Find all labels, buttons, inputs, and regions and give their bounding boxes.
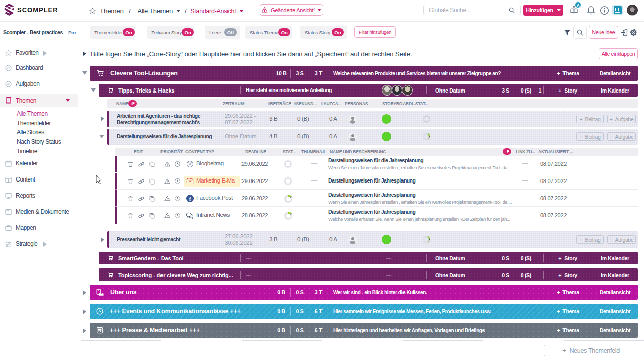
svg-text:W: W (188, 162, 192, 166)
